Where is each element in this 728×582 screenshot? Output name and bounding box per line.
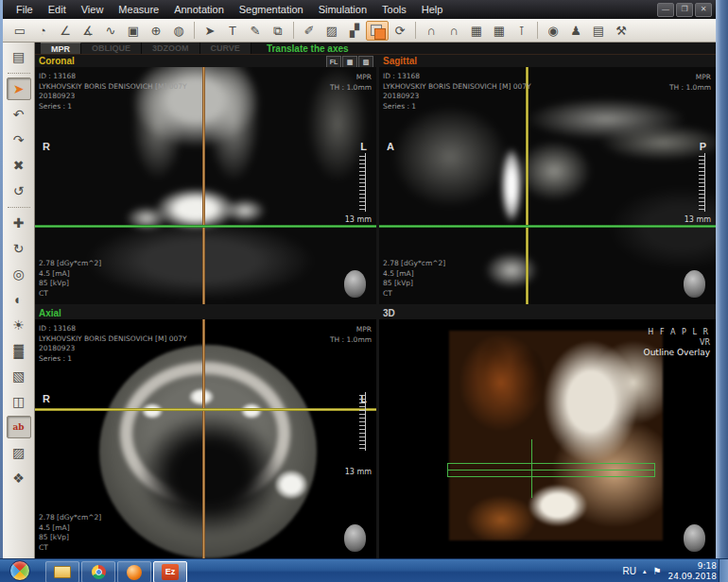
axial-plane-crosshair-h[interactable] (447, 470, 655, 471)
study-date: 20180923 (39, 92, 187, 102)
text-annotation-icon[interactable]: T (221, 21, 244, 41)
volume-image[interactable]: H F A P L R VR Outline Overlay (379, 319, 716, 558)
action-center-flag-icon[interactable]: ⚑ (653, 566, 662, 576)
magnifier-icon[interactable]: ◫ (7, 390, 31, 413)
taskbar-chrome-button[interactable] (81, 561, 115, 582)
tray-clock[interactable]: 9:18 24.09.2018 (667, 561, 717, 582)
menu-help[interactable]: Help (414, 4, 451, 15)
delete-icon[interactable]: ✖ (7, 154, 31, 177)
patient-info-icon[interactable]: ♟ (564, 21, 587, 41)
sagittal-plane-line[interactable] (202, 319, 205, 558)
scale-ruler (699, 153, 705, 212)
tube-current: 4.5 [mA] (39, 523, 101, 534)
angle-3d-icon[interactable]: ∡ (77, 21, 99, 41)
angle-measure-icon[interactable]: ∠ (54, 21, 77, 41)
menu-segmentation[interactable]: Segmentation (232, 4, 311, 15)
view-3d-box-icon[interactable]: ▧ (7, 365, 31, 387)
panorama-icon[interactable]: ▦ (465, 21, 488, 41)
tape-measure-icon[interactable]: ◔ (31, 21, 54, 41)
tab-3dzoom[interactable]: 3DZOOM (142, 43, 200, 54)
histogram-icon[interactable]: ▞ (343, 21, 366, 41)
axial-plane-line[interactable] (379, 225, 716, 228)
scale-ruler (359, 153, 366, 212)
show-desktop-button[interactable] (719, 559, 728, 582)
taskbar-player-button[interactable] (117, 561, 151, 582)
sagittal-title: Sagittal (383, 55, 417, 67)
capture-image-icon[interactable]: ◉ (542, 21, 564, 41)
language-indicator[interactable]: RU (623, 566, 636, 576)
axial-plane-crosshair-v[interactable] (531, 439, 532, 498)
sagittal-image[interactable]: ID : 13168 LYKHOVSKIY BORIS DENISOVICH [… (379, 67, 716, 304)
close-button[interactable]: ✕ (695, 3, 712, 17)
tube-voltage: 85 [kVp] (383, 279, 445, 289)
menu-measure[interactable]: Measure (111, 4, 166, 15)
zoom-icon[interactable]: ◎ (7, 263, 31, 285)
acquisition-block: 2.78 [dGy*cm^2] 4.5 [mA] 85 [kVp] CT (39, 259, 101, 299)
axial-image[interactable]: ID : 13168 LYKHOVSKIY BORIS DENISOVICH [… (35, 319, 376, 558)
ruler-label: 13 mm (345, 468, 372, 476)
settings-icon[interactable]: ⚒ (610, 21, 633, 41)
volume-measure-icon[interactable]: ◍ (167, 21, 190, 41)
contrast-icon[interactable]: ◐ (7, 288, 31, 311)
menu-view[interactable]: View (74, 4, 112, 15)
rotate-icon[interactable]: ↻ (7, 237, 31, 260)
pointer-tool-icon[interactable]: ➤ (199, 21, 221, 41)
reorientation-icon[interactable]: ⟳ (389, 21, 411, 41)
brightness-icon[interactable]: ☀ (7, 314, 31, 336)
menu-file[interactable]: File (9, 4, 41, 15)
grid-sphere-icon[interactable]: ⊕ (145, 21, 167, 41)
menu-edit[interactable]: Edit (41, 4, 74, 15)
overlay-mode: Outline Overlay (644, 348, 710, 358)
orientation-right-label: L (360, 141, 367, 152)
windowing-icon[interactable]: ▓ (7, 339, 31, 362)
menu-simulation[interactable]: Simulation (311, 4, 374, 15)
implant-icon[interactable]: ⊺ (511, 21, 533, 41)
panorama-manual-icon[interactable]: ▦ (488, 21, 511, 41)
reset-icon[interactable]: ↺ (7, 180, 31, 202)
axial-plane-line[interactable] (35, 225, 376, 228)
tab-mpr[interactable]: MPR (41, 43, 81, 54)
tray-expand-icon[interactable]: ▴ (643, 568, 647, 575)
window-border-right[interactable] (716, 0, 728, 558)
capture-region-icon[interactable]: ▨ (321, 21, 343, 41)
select-pointer-icon[interactable]: ➤ (7, 77, 31, 100)
coronal-image[interactable]: ID : 13168 LYKHOVSKIY BORIS DENISOVICH [… (35, 67, 376, 304)
memo-annotation-icon[interactable]: ✐ (298, 21, 321, 41)
shape-annotation-icon[interactable]: ⧉ (267, 21, 289, 41)
modality: CT (39, 543, 101, 554)
redo-icon[interactable]: ↷ (7, 128, 31, 151)
menu-tools[interactable]: Tools (374, 4, 414, 15)
undo-icon[interactable]: ↶ (7, 103, 31, 126)
coronal-view: Coronal FL ▦ ▨ ID : 13168 LYKHOVSKIY BOR… (35, 55, 376, 304)
roi-icon[interactable]: ▣ (122, 21, 145, 41)
restore-button[interactable]: ❐ (676, 3, 693, 17)
length-measure-icon[interactable]: ▭ (9, 21, 31, 41)
arch-section-manual-icon[interactable]: ∩ (442, 21, 465, 41)
pan-icon[interactable]: ✚ (7, 212, 31, 234)
minimize-button[interactable]: — (657, 3, 674, 17)
print-icon[interactable]: ▤ (7, 45, 31, 68)
taskbar-explorer-button[interactable] (45, 561, 79, 582)
capture-cube-icon[interactable]: ▨ (7, 441, 31, 464)
arch-section-icon[interactable]: ∩ (420, 21, 442, 41)
volume-header: 3D (379, 307, 716, 319)
volume-3d-view: 3D H F A P L R VR Outline Overlay (379, 307, 716, 558)
scale-ruler (359, 392, 366, 451)
sagittal-plane-line[interactable] (202, 67, 205, 304)
layout-grid-icon[interactable]: ❖ (7, 467, 31, 489)
pen-annotation-icon[interactable]: ✎ (244, 21, 267, 41)
profile-icon[interactable]: ∿ (99, 21, 122, 41)
sagittal-header: Sagittal (379, 55, 716, 67)
tab-curve[interactable]: CURVE (200, 43, 251, 54)
ez3d-icon: Ez (162, 564, 179, 580)
coronal-plane-line[interactable] (35, 408, 376, 411)
overlay-toggle-icon[interactable] (366, 21, 389, 41)
acquisition-block: 2.78 [dGy*cm^2] 4.5 [mA] 85 [kVp] CT (39, 513, 101, 553)
report-icon[interactable]: ▤ (587, 21, 610, 41)
patient-id: ID : 13168 (383, 72, 531, 82)
taskbar-ez3d-button[interactable]: Ez (153, 561, 187, 582)
text-abc-icon[interactable]: ab (7, 416, 31, 438)
start-button[interactable] (9, 560, 30, 581)
menu-annotation[interactable]: Annotation (166, 4, 232, 15)
tab-oblique[interactable]: OBLIQUE (81, 43, 142, 54)
